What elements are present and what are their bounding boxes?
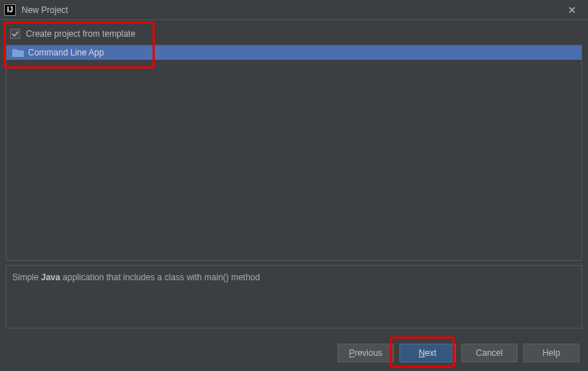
template-description: Simple Java application that includes a … [6, 265, 582, 328]
help-button[interactable]: Help [523, 344, 579, 362]
create-from-template-checkbox[interactable] [10, 29, 20, 39]
description-text: Simple Java application that includes a … [12, 272, 260, 282]
dialog-content: Create project from template Command Lin… [0, 20, 588, 371]
window-title: New Project [22, 5, 68, 15]
cancel-button[interactable]: Cancel [461, 344, 517, 362]
create-from-template-row: Create project from template [6, 26, 582, 42]
dialog-button-row: Previous Next Cancel Help [338, 344, 579, 362]
checkmark-icon [12, 30, 19, 37]
template-item-command-line-app[interactable]: Command Line App [6, 45, 582, 60]
folder-icon [12, 48, 24, 57]
next-button[interactable]: Next [399, 344, 456, 362]
titlebar: IJ New Project ✕ [0, 0, 588, 20]
app-icon: IJ [4, 4, 16, 16]
create-from-template-label: Create project from template [26, 29, 135, 39]
template-item-label: Command Line App [28, 48, 104, 58]
close-icon[interactable]: ✕ [564, 3, 581, 17]
template-list: Command Line App [6, 45, 582, 261]
previous-button[interactable]: Previous [338, 344, 394, 362]
